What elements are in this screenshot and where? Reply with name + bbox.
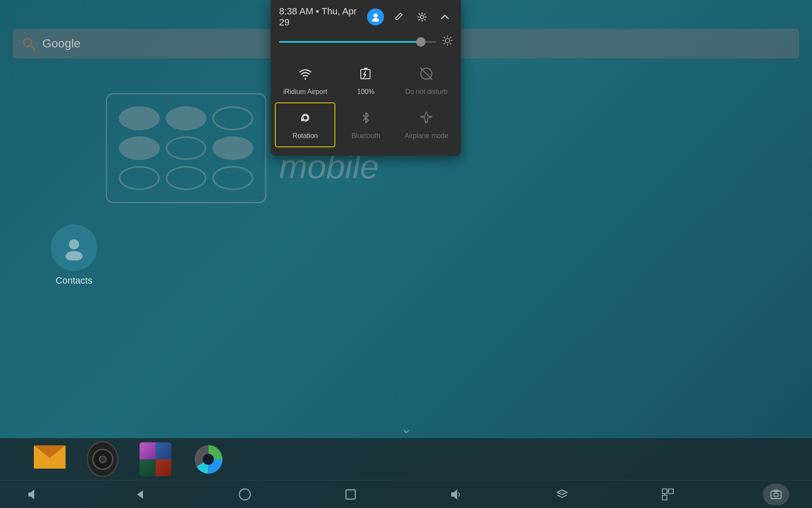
dnd-icon	[419, 66, 434, 85]
taskbar	[0, 438, 812, 508]
svg-point-3	[66, 251, 82, 260]
mail-icon	[34, 445, 66, 473]
desktop: Google iRidium mobile Contacts	[0, 0, 812, 508]
contacts-label: Contacts	[56, 275, 93, 286]
svg-rect-13	[669, 489, 673, 494]
bluetooth-label: Bluetooth	[351, 132, 380, 140]
volume-button[interactable]	[446, 484, 467, 505]
speaker-icon	[87, 441, 118, 477]
qs-header: 8:38 AM • Thu, Apr 29	[271, 0, 461, 32]
mail-envelope	[34, 445, 66, 469]
svg-rect-35	[364, 68, 368, 69]
logo-dot-4	[119, 136, 160, 160]
dnd-label: Do not disturb	[406, 88, 448, 96]
settings-icon[interactable]	[414, 9, 430, 25]
svg-marker-8	[137, 490, 143, 499]
svg-rect-14	[662, 495, 667, 500]
speaker-inner	[92, 449, 113, 470]
rotation-icon	[298, 110, 313, 129]
svg-marker-11	[451, 489, 457, 500]
svg-point-23	[420, 15, 424, 19]
rotation-label: Rotation	[293, 132, 318, 140]
logo-dot-9	[212, 166, 253, 190]
back-button[interactable]	[129, 484, 150, 505]
contacts-app[interactable]: Contacts	[51, 224, 97, 286]
logo-grid	[106, 93, 266, 203]
svg-point-21	[372, 18, 379, 22]
stats-app[interactable]	[192, 443, 224, 475]
svg-line-29	[444, 37, 445, 38]
logo-dot-3	[212, 106, 253, 130]
network-button[interactable]	[657, 484, 678, 505]
camera-button[interactable]	[763, 484, 789, 505]
svg-line-31	[450, 37, 451, 38]
gallery-icon	[140, 442, 171, 476]
svg-point-2	[69, 239, 79, 249]
pie-chart-icon	[192, 442, 224, 476]
wifi-icon	[298, 66, 313, 85]
contacts-avatar	[51, 224, 97, 271]
wifi-label: iRidium Airport	[283, 88, 327, 96]
taskbar-apps-row	[0, 438, 812, 480]
logo-dot-2	[166, 106, 207, 130]
svg-line-1	[30, 45, 35, 50]
logo-dot-6	[212, 136, 253, 160]
qs-datetime: 8:38 AM • Thu, Apr 29	[279, 6, 367, 28]
qs-toggles-grid: iRidium Airport 100%	[271, 55, 461, 147]
mail-app[interactable]	[34, 443, 66, 475]
svg-line-32	[444, 43, 445, 44]
svg-point-18	[774, 493, 778, 497]
recents-button[interactable]	[340, 484, 361, 505]
svg-line-38	[364, 75, 366, 78]
dnd-toggle[interactable]: Do not disturb	[396, 59, 457, 102]
volume-off-button[interactable]	[23, 484, 44, 505]
bluetooth-icon	[358, 110, 373, 129]
rotation-toggle[interactable]: Rotation	[275, 102, 335, 147]
account-icon[interactable]	[367, 8, 384, 25]
home-button[interactable]	[234, 484, 255, 505]
svg-rect-17	[771, 491, 781, 499]
speaker-center	[99, 456, 107, 463]
svg-point-24	[445, 39, 450, 43]
bluetooth-toggle[interactable]: Bluetooth	[335, 102, 396, 147]
brightness-icon	[442, 36, 453, 48]
wifi-toggle[interactable]: iRidium Airport	[275, 59, 335, 102]
search-icon	[21, 36, 36, 51]
gallery-q1	[140, 442, 156, 459]
gallery-app[interactable]	[140, 443, 171, 475]
brightness-row	[271, 32, 461, 55]
gallery-q3	[140, 459, 156, 476]
svg-line-36	[364, 71, 366, 75]
collapse-icon[interactable]	[437, 9, 453, 25]
speaker-app[interactable]	[87, 443, 118, 475]
svg-point-9	[239, 489, 250, 500]
search-placeholder: Google	[42, 37, 80, 50]
edit-icon[interactable]	[392, 9, 407, 25]
gallery-q2	[156, 442, 172, 459]
logo-dot-1	[119, 106, 160, 130]
svg-line-30	[450, 43, 451, 44]
logo-dot-5	[166, 136, 207, 160]
battery-toggle[interactable]: 100%	[335, 59, 396, 102]
battery-icon	[358, 66, 373, 85]
qs-header-icons	[367, 8, 453, 25]
quick-settings-panel: 8:38 AM • Thu, Apr 29	[271, 0, 461, 156]
battery-label: 100%	[357, 88, 375, 96]
logo-dot-8	[166, 166, 207, 190]
svg-rect-42	[303, 116, 307, 120]
airplane-label: Airplane mode	[405, 132, 448, 140]
gallery-q4	[156, 459, 172, 476]
airplane-icon	[419, 110, 434, 129]
svg-point-6	[203, 453, 214, 464]
svg-marker-7	[28, 489, 34, 500]
svg-rect-10	[346, 490, 355, 499]
svg-point-33	[304, 78, 306, 80]
svg-rect-12	[662, 489, 667, 494]
logo-dot-7	[119, 166, 160, 190]
airplane-toggle[interactable]: Airplane mode	[396, 102, 457, 147]
layers-button[interactable]	[551, 484, 573, 505]
up-chevron[interactable]: ⌄	[401, 421, 411, 436]
nav-bar	[0, 480, 812, 508]
svg-point-20	[373, 14, 378, 18]
brightness-slider[interactable]	[279, 41, 436, 43]
